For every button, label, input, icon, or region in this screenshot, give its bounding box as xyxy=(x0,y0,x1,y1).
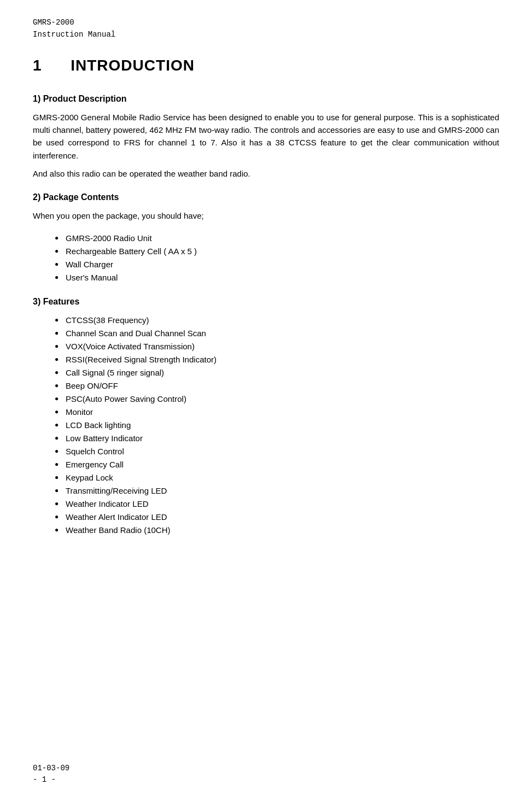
section-heading-features: 3) Features xyxy=(33,295,499,308)
list-item: Weather Band Radio (10CH) xyxy=(55,524,499,537)
list-item: Monitor xyxy=(55,406,499,419)
footer-date: 01-03-09 xyxy=(33,763,69,774)
list-item: User's Manual xyxy=(55,271,499,284)
section-heading-product: 1) Product Description xyxy=(33,92,499,106)
list-item: VOX(Voice Activated Transmission) xyxy=(55,340,499,353)
section-heading-package: 2) Package Contents xyxy=(33,191,499,204)
list-item: Wall Charger xyxy=(55,258,499,271)
footer-page: - 1 - xyxy=(33,774,69,786)
list-item: Beep ON/OFF xyxy=(55,379,499,393)
list-item: Transmitting/Receiving LED xyxy=(55,484,499,497)
list-item: Low Battery Indicator xyxy=(55,432,499,445)
list-item: Squelch Control xyxy=(55,445,499,458)
features-list: CTCSS(38 Frequency) Channel Scan and Dua… xyxy=(33,314,499,537)
list-item: LCD Back lighting xyxy=(55,419,499,432)
list-item: GMRS-2000 Radio Unit xyxy=(55,232,499,245)
list-item: CTCSS(38 Frequency) xyxy=(55,314,499,327)
list-item: Rechargeable Battery Cell ( AA x 5 ) xyxy=(55,245,499,258)
chapter-title: 1 INTRODUCTION xyxy=(33,54,499,77)
list-item: Call Signal (5 ringer signal) xyxy=(55,366,499,379)
product-desc-para2: And also this radio can be operated the … xyxy=(33,167,499,180)
list-item: Weather Indicator LED xyxy=(55,497,499,511)
product-desc-para1: GMRS-2000 General Mobile Radio Service h… xyxy=(33,111,499,162)
section-product-description: 1) Product Description GMRS-2000 General… xyxy=(33,92,499,180)
list-item: PSC(Auto Power Saving Control) xyxy=(55,393,499,406)
header-line2: Instruction Manual xyxy=(33,28,499,40)
header-line1: GMRS-2000 xyxy=(33,16,499,28)
list-item: Emergency Call xyxy=(55,458,499,471)
list-item: Channel Scan and Dual Channel Scan xyxy=(55,327,499,340)
document-header: GMRS-2000 Instruction Manual xyxy=(33,16,499,41)
section-features: 3) Features CTCSS(38 Frequency) Channel … xyxy=(33,295,499,537)
list-item: Keypad Lock xyxy=(55,471,499,484)
package-list: GMRS-2000 Radio Unit Rechargeable Batter… xyxy=(33,232,499,284)
list-item: RSSI(Received Signal Strength Indicator) xyxy=(55,353,499,366)
section-package-contents: 2) Package Contents When you open the pa… xyxy=(33,191,499,284)
package-intro: When you open the package, you should ha… xyxy=(33,209,499,222)
document-footer: 01-03-09 - 1 - xyxy=(33,763,69,786)
list-item: Weather Alert Indicator LED xyxy=(55,511,499,524)
